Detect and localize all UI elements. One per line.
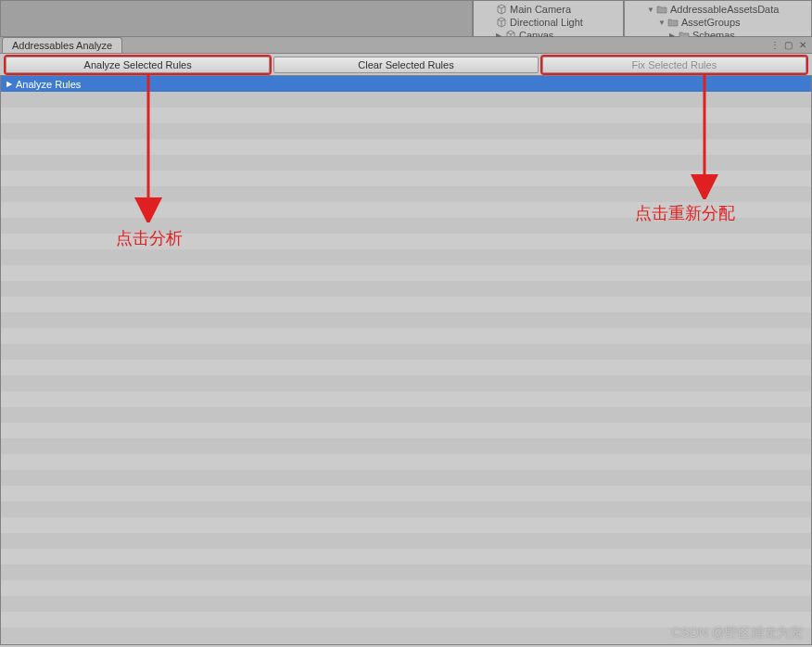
list-row-empty — [1, 360, 811, 375]
list-row-empty — [1, 470, 811, 486]
list-row-empty — [1, 375, 811, 391]
cube-icon — [496, 17, 507, 28]
list-row-empty — [1, 391, 811, 407]
popout-icon[interactable]: ▢ — [782, 39, 794, 51]
list-row-empty — [1, 186, 811, 202]
top-left-panel — [0, 0, 473, 37]
hierarchy-item[interactable]: Directional Light — [474, 16, 623, 29]
list-row-empty — [1, 139, 811, 155]
hierarchy-item-label: Directional Light — [510, 17, 583, 28]
list-row-empty — [1, 501, 811, 517]
list-row-empty — [1, 265, 811, 281]
watermark: CSDN @野区捕龙为宠 — [671, 625, 803, 641]
foldout-icon[interactable]: ▼ — [647, 6, 656, 14]
toolbar: Analyze Selected Rules Clear Selected Ru… — [0, 54, 812, 76]
list-item-analyze-rules[interactable]: ▶ Analyze Rules — [1, 76, 811, 92]
list-row-empty — [1, 328, 811, 344]
foldout-icon[interactable]: ▶ — [6, 80, 12, 88]
list-row-empty — [1, 218, 811, 234]
list-row-empty — [1, 202, 811, 218]
list-row-empty — [1, 454, 811, 470]
top-panels: Main Camera Directional Light ▶ Canvas ▼… — [0, 0, 812, 37]
list-row-empty — [1, 565, 811, 580]
list-row-empty — [1, 438, 811, 454]
folder-icon — [667, 17, 679, 28]
close-icon[interactable]: ✕ — [796, 39, 808, 51]
hierarchy-item-label: AssetGroups — [681, 17, 741, 28]
list-row-empty — [1, 249, 811, 265]
cube-icon — [496, 4, 507, 15]
list-row-empty — [1, 407, 811, 423]
project-hierarchy-panel: ▼ AddressableAssetsData ▼ AssetGroups ▶ … — [624, 0, 812, 37]
list-row-empty — [1, 517, 811, 533]
hierarchy-item[interactable]: ▼ AddressableAssetsData — [625, 3, 811, 16]
list-row-empty — [1, 549, 811, 565]
list-row-empty — [1, 108, 811, 123]
menu-icon[interactable]: ⋮ — [768, 39, 780, 51]
hierarchy-item[interactable]: Main Camera — [474, 3, 623, 16]
analyze-button[interactable]: Analyze Selected Rules — [6, 57, 270, 73]
rules-list[interactable]: ▶ Analyze Rules — [0, 76, 812, 645]
list-row-empty — [1, 533, 811, 549]
window-controls: ⋮ ▢ ✕ — [768, 39, 808, 51]
tab-bar: Addressables Analyze ⋮ ▢ ✕ — [0, 37, 812, 54]
list-row-empty — [1, 92, 811, 108]
fix-button[interactable]: Fix Selected Rules — [542, 57, 806, 73]
hierarchy-item[interactable]: ▼ AssetGroups — [625, 16, 811, 29]
list-row-empty — [1, 297, 811, 312]
tab-addressables-analyze[interactable]: Addressables Analyze — [2, 37, 122, 53]
list-row-empty — [1, 155, 811, 171]
list-row-empty — [1, 344, 811, 360]
list-row-empty — [1, 596, 811, 612]
list-row-empty — [1, 423, 811, 438]
list-item-label: Analyze Rules — [16, 79, 81, 90]
list-row-empty — [1, 234, 811, 249]
list-row-empty — [1, 171, 811, 186]
list-row-empty — [1, 312, 811, 328]
list-row-empty — [1, 281, 811, 297]
list-row-empty — [1, 123, 811, 139]
list-row-empty — [1, 486, 811, 501]
scene-hierarchy-panel: Main Camera Directional Light ▶ Canvas — [473, 0, 624, 37]
clear-button[interactable]: Clear Selected Rules — [273, 57, 538, 73]
list-row-empty — [1, 580, 811, 596]
hierarchy-item-label: Main Camera — [510, 4, 571, 15]
folder-icon — [656, 4, 667, 15]
hierarchy-item-label: AddressableAssetsData — [670, 4, 779, 15]
foldout-icon[interactable]: ▼ — [658, 19, 667, 27]
